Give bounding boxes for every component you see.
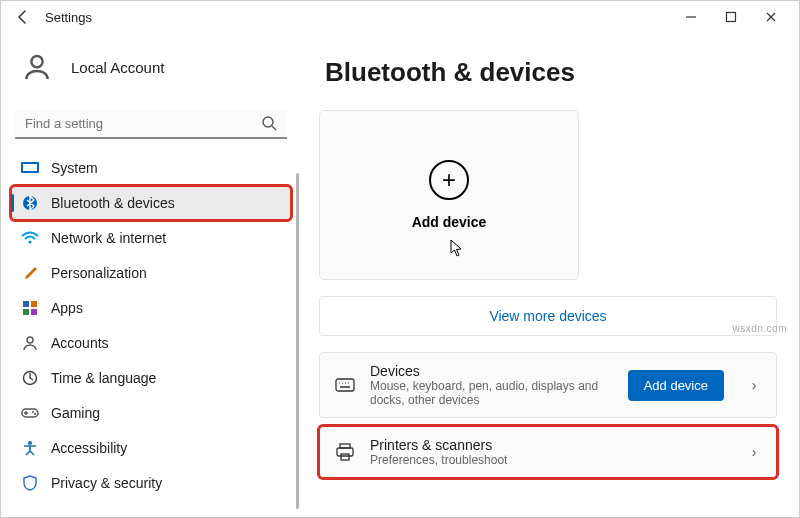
search-box[interactable] [15,109,287,139]
account-name: Local Account [71,59,164,76]
sidebar-item-system[interactable]: System [11,151,291,185]
titlebar: Settings [1,1,799,33]
sidebar-item-label: Accessibility [51,440,127,456]
row-devices[interactable]: DevicesMouse, keyboard, pen, audio, disp… [319,352,777,418]
sidebar-item-label: Bluetooth & devices [51,195,175,211]
svg-point-13 [27,337,33,343]
chevron-right-icon: › [746,377,762,393]
sidebar-item-label: Personalization [51,265,147,281]
window-controls [671,3,791,31]
wifi-icon [21,229,39,247]
sidebar-item-accounts[interactable]: Accounts [11,326,291,360]
paintbrush-icon [21,264,39,282]
svg-rect-10 [31,301,37,307]
svg-point-16 [32,411,34,413]
watermark: wsxdn.com [732,323,787,334]
sidebar-item-bluetooth[interactable]: Bluetooth & devices [11,186,291,220]
devices-add-button[interactable]: Add device [628,370,724,401]
row-subtitle: Mouse, keyboard, pen, audio, displays an… [370,379,614,407]
view-more-label: View more devices [489,308,606,324]
svg-rect-11 [23,309,29,315]
row-title: Devices [370,363,614,379]
main-pane: Bluetooth & devices + Add device View mo… [301,33,799,517]
shield-icon [21,474,39,492]
svg-rect-27 [341,454,349,460]
gaming-icon [21,404,39,422]
sidebar-item-time[interactable]: Time & language [11,361,291,395]
account-block[interactable]: Local Account [11,37,291,105]
svg-line-4 [272,126,276,130]
sidebar-item-label: Time & language [51,370,156,386]
plus-icon: + [429,160,469,200]
settings-window: Settings Local Account SystemBluetooth &… [0,0,800,518]
svg-point-18 [28,441,32,445]
svg-rect-9 [23,301,29,307]
accounts-icon [21,334,39,352]
avatar [17,47,57,87]
apps-icon [21,299,39,317]
sidebar-item-apps[interactable]: Apps [11,291,291,325]
svg-point-8 [28,240,31,243]
settings-rows: DevicesMouse, keyboard, pen, audio, disp… [319,352,777,478]
page-title: Bluetooth & devices [325,57,777,88]
window-title: Settings [45,10,92,25]
maximize-button[interactable] [711,3,751,31]
sidebar-item-label: Network & internet [51,230,166,246]
sidebar-item-label: Accounts [51,335,109,351]
sidebar-item-label: Apps [51,300,83,316]
chevron-right-icon: › [746,444,762,460]
sidebar-item-label: Gaming [51,405,100,421]
svg-point-2 [31,56,42,67]
cursor-icon [450,239,464,261]
sidebar: Local Account SystemBluetooth & devicesN… [1,33,301,517]
back-button[interactable] [9,3,37,31]
sidebar-item-label: System [51,160,98,176]
row-title: Printers & scanners [370,437,724,453]
keyboard-icon [334,374,356,396]
minimize-button[interactable] [671,3,711,31]
row-texts: DevicesMouse, keyboard, pen, audio, disp… [370,363,614,407]
bluetooth-icon [21,194,39,212]
printer-icon [334,441,356,463]
svg-rect-19 [336,379,354,391]
svg-rect-1 [727,13,736,22]
system-icon [21,159,39,177]
svg-rect-26 [337,448,353,456]
svg-point-3 [263,117,273,127]
row-subtitle: Preferences, troubleshoot [370,453,724,467]
clock-globe-icon [21,369,39,387]
search-icon [261,115,277,135]
search-input[interactable] [15,109,287,139]
accessibility-icon [21,439,39,457]
row-printers[interactable]: Printers & scannersPreferences, troubles… [319,426,777,478]
view-more-devices[interactable]: View more devices [319,296,777,336]
nav-list: SystemBluetooth & devicesNetwork & inter… [11,151,291,500]
close-button[interactable] [751,3,791,31]
add-device-label: Add device [412,214,487,230]
sidebar-item-gaming[interactable]: Gaming [11,396,291,430]
sidebar-item-privacy[interactable]: Privacy & security [11,466,291,500]
sidebar-item-label: Privacy & security [51,475,162,491]
sidebar-item-personalization[interactable]: Personalization [11,256,291,290]
svg-rect-6 [23,164,37,171]
row-texts: Printers & scannersPreferences, troubles… [370,437,724,467]
svg-rect-12 [31,309,37,315]
sidebar-scrollbar[interactable] [296,173,299,509]
sidebar-item-network[interactable]: Network & internet [11,221,291,255]
add-device-card[interactable]: + Add device [319,110,579,280]
sidebar-item-accessibility[interactable]: Accessibility [11,431,291,465]
svg-point-17 [34,413,36,415]
